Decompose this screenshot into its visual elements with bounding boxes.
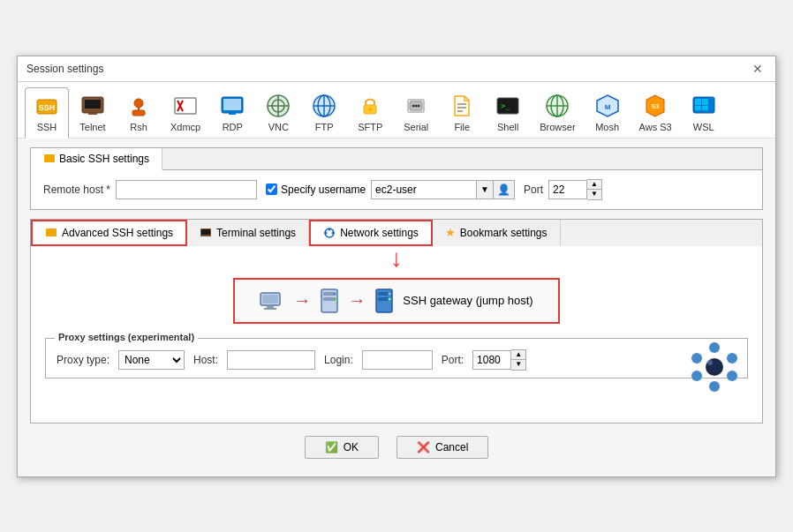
- vnc-icon: [264, 92, 292, 120]
- protocol-wsl[interactable]: WSL: [682, 87, 726, 138]
- vnc-label: VNC: [268, 122, 289, 132]
- basic-ssh-tab[interactable]: Basic SSH settings: [31, 148, 162, 170]
- protocol-vnc[interactable]: VNC: [256, 87, 300, 138]
- username-dropdown-btn[interactable]: ▼: [477, 180, 494, 199]
- protocol-browser[interactable]: Browser: [532, 87, 583, 138]
- svg-point-61: [334, 292, 336, 295]
- proxy-port-input[interactable]: [472, 350, 511, 370]
- remote-host-input[interactable]: [116, 180, 257, 199]
- session-settings-window: Session settings ✕ SSH SSH Teln: [17, 56, 776, 477]
- red-arrow-annotation: ↓: [390, 246, 403, 271]
- protocol-rdp[interactable]: RDP: [210, 87, 254, 138]
- remote-host-group: Remote host *: [43, 180, 257, 199]
- protocol-sftp[interactable]: SFTP: [348, 87, 392, 138]
- svg-rect-4: [88, 113, 97, 115]
- ftp-label: FTP: [315, 122, 334, 132]
- svg-rect-44: [695, 106, 701, 110]
- rdp-label: RDP: [223, 122, 243, 132]
- svg-text:>_: >_: [501, 101, 510, 110]
- username-user-icon-btn[interactable]: 👤: [494, 180, 515, 199]
- telnet-label: Telnet: [79, 122, 105, 132]
- close-button[interactable]: ✕: [749, 62, 767, 76]
- ssh-gateway-button[interactable]: → →: [233, 278, 559, 324]
- port-label: Port: [524, 184, 543, 196]
- username-group: Specify username ▼ 👤: [266, 180, 515, 199]
- ok-button[interactable]: ✅ OK: [305, 436, 379, 459]
- port-down-btn[interactable]: ▼: [587, 190, 601, 199]
- protocol-telnet[interactable]: Telnet: [71, 87, 115, 138]
- specify-username-checkbox[interactable]: [266, 184, 277, 195]
- svg-text:S3: S3: [652, 103, 660, 109]
- advanced-tab-body: ↓ →: [31, 246, 762, 423]
- proxy-login-input[interactable]: [362, 350, 433, 370]
- bookmark-settings-tab[interactable]: ★ Bookmark settings: [433, 220, 561, 246]
- proxy-port-down-btn[interactable]: ▼: [511, 360, 525, 370]
- protocol-xdmcp[interactable]: Xdmcp: [162, 87, 208, 138]
- protocol-awss3[interactable]: S3 Aws S3: [631, 87, 680, 138]
- proxy-host-label: Host:: [193, 354, 218, 366]
- svg-text:SSH: SSH: [39, 103, 56, 112]
- protocol-shell[interactable]: >_ Shell: [486, 87, 530, 138]
- protocol-rsh[interactable]: Rsh: [117, 87, 161, 138]
- gateway-label: SSH gateway (jump host): [403, 294, 532, 307]
- cancel-button[interactable]: ❌ Cancel: [396, 436, 488, 459]
- basic-settings-panel: Basic SSH settings Remote host * Specify…: [30, 147, 763, 210]
- basic-settings-body: Remote host * Specify username ▼ 👤: [31, 170, 762, 209]
- username-input[interactable]: [371, 180, 477, 199]
- username-combo: ▼ 👤: [371, 180, 515, 199]
- xdmcp-label: Xdmcp: [170, 122, 200, 132]
- gateway-section-wrapper: ↓ →: [45, 278, 748, 324]
- terminal-settings-tab[interactable]: Terminal settings: [187, 220, 309, 246]
- network-tab-icon: [323, 227, 336, 239]
- protocol-ssh[interactable]: SSH SSH: [25, 87, 69, 139]
- shell-label: Shell: [497, 122, 518, 132]
- xdmcp-icon: [171, 92, 200, 120]
- svg-rect-56: [267, 306, 274, 308]
- protocol-serial[interactable]: Serial: [394, 87, 438, 138]
- shell-icon: >_: [494, 92, 522, 120]
- rsh-icon: [125, 92, 153, 120]
- sftp-icon: [356, 92, 384, 120]
- arrow-2: →: [348, 290, 366, 311]
- protocol-toolbar: SSH SSH Telnet: [18, 82, 775, 139]
- protocol-ftp[interactable]: FTP: [302, 87, 346, 138]
- browser-icon: [543, 92, 571, 120]
- port-input[interactable]: [548, 180, 587, 199]
- port-group: Port ▲ ▼: [524, 179, 602, 200]
- proxy-port-up-btn[interactable]: ▲: [511, 350, 525, 360]
- server-middle-icon: [320, 288, 339, 313]
- protocol-mosh[interactable]: M Mosh: [585, 87, 630, 138]
- proxy-host-input[interactable]: [227, 350, 315, 370]
- proxy-type-select[interactable]: None HTTP SOCKS4 SOCKS5: [118, 350, 185, 370]
- svg-point-25: [412, 104, 415, 107]
- svg-point-26: [415, 104, 418, 107]
- advanced-ssh-tab[interactable]: Advanced SSH settings: [31, 220, 187, 246]
- advanced-tab-header: Advanced SSH settings Terminal settings: [31, 220, 762, 246]
- ssh-icon: SSH: [33, 92, 61, 120]
- svg-point-66: [389, 292, 391, 295]
- svg-point-62: [334, 297, 336, 300]
- protocol-file[interactable]: File: [440, 87, 484, 138]
- cancel-icon: ❌: [417, 441, 430, 453]
- svg-point-75: [707, 360, 713, 365]
- svg-rect-42: [695, 99, 701, 105]
- svg-point-67: [389, 297, 391, 300]
- svg-rect-43: [702, 99, 708, 105]
- proxy-settings-group: Proxy settings (experimental) Proxy type…: [45, 338, 748, 378]
- ssh-tab-icon: [43, 153, 56, 165]
- port-up-btn[interactable]: ▲: [587, 180, 601, 190]
- server-right-icon: [374, 288, 394, 313]
- terminal-tab-icon: [200, 227, 212, 239]
- proxy-port-label: Port:: [442, 354, 464, 366]
- svg-rect-6: [132, 110, 145, 116]
- svg-point-23: [368, 108, 372, 111]
- svg-point-52: [332, 231, 335, 234]
- specify-username-checkbox-label[interactable]: Specify username: [266, 184, 366, 196]
- network-settings-tab[interactable]: Network settings: [309, 220, 433, 246]
- svg-rect-55: [262, 295, 278, 303]
- awss3-label: Aws S3: [639, 122, 672, 132]
- svg-point-69: [709, 342, 720, 353]
- sftp-label: SFTP: [358, 122, 382, 132]
- wsl-icon: [690, 92, 718, 120]
- rsh-label: Rsh: [130, 122, 147, 132]
